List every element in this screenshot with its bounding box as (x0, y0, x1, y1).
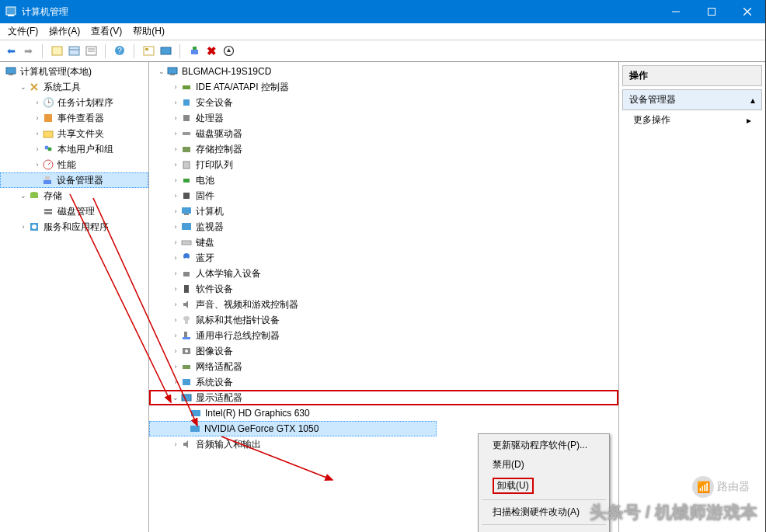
menu-view[interactable]: 查看(V) (91, 25, 122, 38)
tree-shared-folders[interactable]: ›共享文件夹 (0, 126, 148, 141)
expand-icon[interactable]: › (33, 99, 42, 106)
update-icon[interactable] (222, 45, 235, 57)
tree-performance[interactable]: ›性能 (0, 157, 148, 172)
category-item[interactable]: ›固件 (149, 188, 618, 203)
scan-icon[interactable] (188, 45, 200, 57)
expand-icon[interactable]: › (33, 114, 42, 122)
collapse-icon[interactable]: ⌄ (157, 68, 166, 75)
tree-label: 安全设备 (196, 96, 233, 110)
category-item[interactable]: ›处理器 (149, 110, 618, 126)
expand-icon[interactable]: › (171, 254, 180, 262)
tree-label: 电池 (196, 174, 214, 187)
tree-label: 事件查看器 (57, 112, 104, 125)
category-item[interactable]: ›通用串行总线控制器 (149, 328, 618, 343)
expand-icon[interactable]: › (171, 285, 180, 293)
clock-icon: 🕒 (42, 96, 54, 109)
category-item[interactable]: ›图像设备 (149, 343, 618, 359)
expand-icon[interactable]: › (33, 130, 42, 137)
category-item[interactable]: ›存储控制器 (149, 141, 618, 157)
expand-icon[interactable]: › (171, 332, 180, 339)
expand-icon[interactable]: › (171, 83, 180, 91)
expand-icon[interactable]: › (171, 301, 180, 308)
expand-icon[interactable]: › (171, 130, 180, 137)
expand-icon[interactable]: › (171, 114, 180, 122)
expand-icon[interactable]: › (171, 347, 180, 355)
expand-icon[interactable]: › (171, 223, 180, 231)
menu-uninstall[interactable]: 卸载(U) (479, 475, 609, 497)
expand-icon[interactable]: › (33, 161, 42, 169)
expand-icon[interactable]: › (171, 161, 180, 169)
device-intel-hd[interactable]: Intel(R) HD Graphics 630 (149, 405, 618, 421)
expand-icon[interactable]: › (171, 207, 180, 215)
expand-icon[interactable]: › (171, 363, 180, 370)
actions-category[interactable]: 设备管理器▴ (622, 89, 762, 110)
expand-icon[interactable]: › (171, 176, 180, 184)
tree-event-viewer[interactable]: ›事件查看器 (0, 110, 148, 126)
device-nvidia-gtx[interactable]: NVIDIA GeForce GTX 1050 (149, 421, 437, 436)
category-item[interactable]: ›键盘 (149, 235, 618, 250)
tree-disk-mgmt[interactable]: 磁盘管理 (0, 203, 148, 219)
tool-icon-2[interactable] (159, 45, 172, 57)
tree-root[interactable]: 计算机管理(本地) (0, 64, 148, 79)
maximize-button[interactable] (694, 0, 729, 23)
forward-icon[interactable]: ➡ (22, 45, 34, 57)
actions-more[interactable]: 更多操作▸ (619, 110, 765, 130)
category-item[interactable]: ›打印队列 (149, 157, 618, 172)
expand-icon[interactable]: › (33, 145, 42, 153)
category-item[interactable]: ›网络适配器 (149, 359, 618, 374)
view-icon[interactable] (68, 45, 80, 57)
svg-rect-62 (191, 410, 200, 416)
category-item[interactable]: ›监视器 (149, 219, 618, 235)
back-icon[interactable]: ⬅ (5, 45, 17, 57)
menu-file[interactable]: 文件(F) (8, 25, 38, 38)
menu-action[interactable]: 操作(A) (49, 25, 80, 38)
show-hide-icon[interactable] (50, 45, 63, 57)
expand-icon[interactable]: › (171, 378, 180, 386)
menu-properties[interactable]: 属性(R) (479, 527, 609, 532)
tree-system-tools[interactable]: ⌄ 系统工具 (0, 79, 148, 95)
category-item[interactable]: ›电池 (149, 172, 618, 188)
category-item[interactable]: ›系统设备 (149, 374, 618, 390)
category-item[interactable]: ›人体学输入设备 (149, 266, 618, 281)
category-item[interactable]: ›安全设备 (149, 95, 618, 110)
tree-device-manager[interactable]: 设备管理器 (0, 172, 148, 188)
expand-icon[interactable]: › (171, 316, 180, 324)
category-item[interactable]: ›鼠标和其他指针设备 (149, 312, 618, 328)
menu-help[interactable]: 帮助(H) (133, 25, 165, 38)
category-item[interactable]: ›计算机 (149, 203, 618, 219)
tree-task-scheduler[interactable]: ›🕒任务计划程序 (0, 95, 148, 110)
category-item[interactable]: ›声音、视频和游戏控制器 (149, 297, 618, 312)
tree-services[interactable]: ›服务和应用程序 (0, 219, 148, 235)
tree-label: 计算机 (196, 205, 224, 218)
help-icon[interactable]: ? (113, 45, 126, 57)
delete-icon[interactable]: ✖ (205, 45, 218, 57)
menu-update-driver[interactable]: 更新驱动程序软件(P)... (479, 436, 609, 455)
device-tree-pane[interactable]: ⌄BLGMACH-19S19CD ›IDE ATA/ATAPI 控制器›安全设备… (149, 62, 619, 532)
category-icon (180, 298, 193, 311)
category-item[interactable]: ›IDE ATA/ATAPI 控制器 (149, 79, 618, 95)
category-item[interactable]: ›蓝牙 (149, 250, 618, 266)
tree-storage[interactable]: ⌄存储 (0, 188, 148, 203)
expand-icon[interactable]: › (19, 223, 28, 231)
collapse-icon[interactable]: ⌄ (19, 83, 28, 91)
minimize-button[interactable] (658, 0, 694, 23)
properties-icon[interactable] (85, 45, 97, 57)
close-button[interactable] (729, 0, 765, 23)
device-root[interactable]: ⌄BLGMACH-19S19CD (149, 64, 618, 79)
category-display-adapters[interactable]: ⌄显示适配器 (149, 390, 618, 405)
expand-icon[interactable]: › (171, 238, 180, 246)
collapse-icon[interactable]: ⌄ (19, 192, 28, 200)
collapse-icon[interactable]: ⌄ (171, 394, 180, 402)
expand-icon[interactable]: › (171, 269, 180, 277)
category-item[interactable]: ›软件设备 (149, 281, 618, 297)
expand-icon[interactable]: › (171, 145, 180, 153)
gpu-icon (190, 407, 202, 419)
left-tree-pane[interactable]: 计算机管理(本地) ⌄ 系统工具 ›🕒任务计划程序 ›事件查看器 ›共享文件夹 … (0, 62, 149, 532)
expand-icon[interactable]: › (171, 99, 180, 106)
expand-icon[interactable]: › (171, 192, 180, 200)
expand-icon[interactable]: › (171, 440, 180, 448)
category-item[interactable]: ›磁盘驱动器 (149, 126, 618, 141)
tree-local-users[interactable]: ›本地用户和组 (0, 141, 148, 157)
tool-icon-1[interactable] (142, 45, 155, 57)
menu-disable[interactable]: 禁用(D) (479, 455, 609, 475)
